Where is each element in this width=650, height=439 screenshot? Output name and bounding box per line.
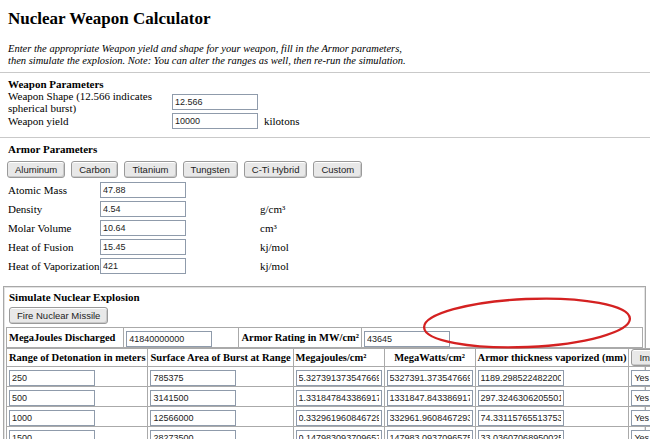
impulse-shock-value[interactable] [631,410,650,426]
weapon-shape-input[interactable] [172,94,258,110]
header-megawatts: MegaWatts/cm² [384,349,475,367]
heat-of-fusion-unit: kj/mol [260,241,289,253]
molar-volume-row: Molar Volume cm³ [8,220,650,235]
surface-area-input[interactable] [150,430,236,439]
header-range: Range of Detonation in meters [7,349,148,367]
megajoules-input[interactable] [296,430,382,439]
separator [0,137,650,138]
surface-area-input[interactable] [150,370,236,386]
material-button-custom[interactable]: Custom [313,161,362,178]
detonation-table: Range of Detonation in meters Surface Ar… [6,348,650,439]
impulse-shock-value[interactable] [631,430,650,439]
material-button-aluminum[interactable]: Aluminum [7,161,65,178]
impulse-shock-value[interactable] [631,370,650,386]
weapon-yield-row: Weapon yield kilotons [8,113,650,128]
megajoules-discharged-input[interactable] [126,331,212,347]
density-input[interactable] [100,201,186,217]
discharge-row: MegaJoules Discharged Armor Rating in MW… [7,328,643,348]
table-row [7,387,650,407]
separator [0,72,650,73]
molar-volume-input[interactable] [100,220,186,236]
material-button-tungsten[interactable]: Tungsten [183,161,238,178]
armor-thickness-input[interactable] [478,410,564,426]
simulate-explosion-panel: Simulate Nuclear Explosion Fire Nuclear … [3,286,646,439]
megawatts-input[interactable] [387,430,473,439]
armor-thickness-input[interactable] [478,390,564,406]
impulse-shock-value[interactable] [631,390,650,406]
header-armor-thickness: Armor thickness vaporized (mm) [475,349,629,367]
material-button-cti-hybrid[interactable]: C-Ti Hybrid [244,161,308,178]
detonation-header-row: Range of Detonation in meters Surface Ar… [7,349,650,367]
atomic-mass-row: Atomic Mass [8,182,650,197]
heat-of-fusion-label: Heat of Fusion [8,241,100,253]
range-input[interactable] [9,370,95,386]
megajoules-input[interactable] [296,390,382,406]
simulate-explosion-heading: Simulate Nuclear Explosion [9,291,643,303]
armor-parameters-heading: Armor Parameters [8,143,650,155]
weapon-yield-label: Weapon yield [8,115,172,127]
armor-thickness-input[interactable] [478,370,564,386]
fire-nuclear-missile-button[interactable]: Fire Nuclear Missile [9,307,108,324]
megawatts-input[interactable] [387,390,473,406]
armor-thickness-input[interactable] [478,430,564,439]
surface-area-input[interactable] [150,390,236,406]
header-impulse-shock: Impulse Shock? [629,349,650,367]
heat-of-fusion-input[interactable] [100,239,186,255]
table-row [7,427,650,439]
range-input[interactable] [9,390,95,406]
megajoules-input[interactable] [296,370,382,386]
megajoules-discharged-cell [124,328,239,348]
megawatts-input[interactable] [387,370,473,386]
density-label: Density [8,203,100,215]
megawatts-input[interactable] [387,410,473,426]
table-row [7,367,650,387]
heat-of-vaporization-unit: kj/mol [260,260,289,272]
intro-line-2: then simulate the explosion. Note: You c… [8,55,650,67]
heat-of-vaporization-row: Heat of Vaporization kj/mol [8,258,650,273]
material-button-carbon[interactable]: Carbon [71,161,118,178]
density-row: Density g/cm³ [8,201,650,216]
intro-text: Enter the appropriate Weapon yield and s… [8,43,650,67]
density-unit: g/cm³ [260,203,285,215]
armor-rating-label: Armor Rating in MW/cm² [239,328,362,348]
atomic-mass-input[interactable] [100,182,186,198]
material-button-titanium[interactable]: Titanium [124,161,176,178]
armor-rating-cell [361,328,642,348]
table-row [7,407,650,427]
impulse-shock-button[interactable]: Impulse Shock? [631,349,650,366]
intro-line-1: Enter the appropriate Weapon yield and s… [8,43,650,55]
armor-rating-input[interactable] [364,331,450,347]
range-input[interactable] [9,410,95,426]
atomic-mass-label: Atomic Mass [8,184,100,196]
header-surface-area: Surface Area of Burst at Range [148,349,293,367]
heat-of-vaporization-label: Heat of Vaporization [8,260,100,272]
weapon-yield-unit: kilotons [264,115,299,127]
surface-area-input[interactable] [150,410,236,426]
molar-volume-label: Molar Volume [8,222,100,234]
weapon-parameters-heading: Weapon Parameters [8,78,650,90]
megajoules-input[interactable] [296,410,382,426]
megajoules-discharged-label: MegaJoules Discharged [7,328,124,348]
heat-of-vaporization-input[interactable] [100,258,186,274]
discharge-table: MegaJoules Discharged Armor Rating in MW… [6,327,643,348]
weapon-yield-input[interactable] [172,113,258,129]
page-title: Nuclear Weapon Calculator [8,9,650,29]
armor-material-buttons: Aluminum Carbon Titanium Tungsten C-Ti H… [7,161,650,178]
weapon-shape-label: Weapon Shape (12.566 indicates spherical… [8,90,172,114]
molar-volume-unit: cm³ [260,222,277,234]
weapon-shape-row: Weapon Shape (12.566 indicates spherical… [8,94,650,109]
heat-of-fusion-row: Heat of Fusion kj/mol [8,239,650,254]
header-megajoules: Megajoules/cm² [293,349,384,367]
range-input[interactable] [9,430,95,439]
